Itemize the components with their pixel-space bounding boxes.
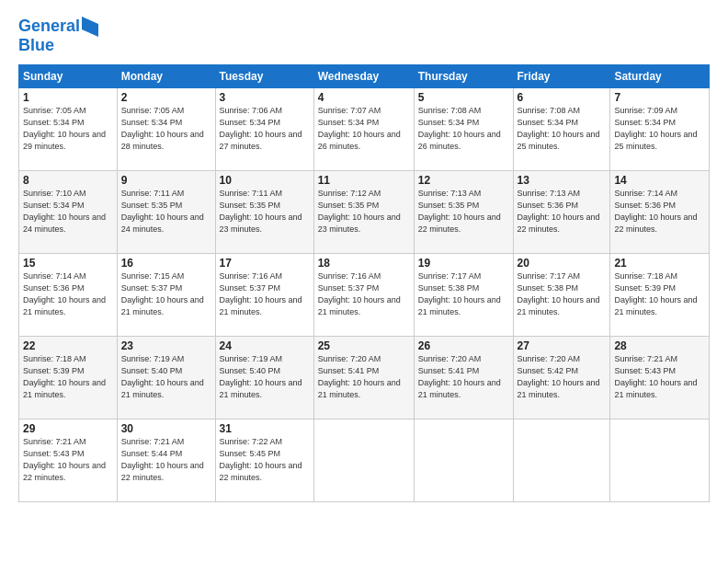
day-number: 16 bbox=[121, 257, 211, 270]
calendar-day-cell: 2Sunrise: 7:05 AMSunset: 5:34 PMDaylight… bbox=[117, 87, 215, 170]
day-info: Sunrise: 7:19 AMSunset: 5:40 PMDaylight:… bbox=[121, 354, 204, 399]
day-info: Sunrise: 7:07 AMSunset: 5:34 PMDaylight:… bbox=[318, 106, 401, 151]
calendar-header-cell: Saturday bbox=[610, 64, 710, 87]
day-number: 18 bbox=[318, 257, 410, 270]
day-number: 20 bbox=[518, 257, 607, 270]
day-number: 29 bbox=[23, 422, 113, 435]
calendar-week-row: 22Sunrise: 7:18 AMSunset: 5:39 PMDayligh… bbox=[19, 336, 710, 419]
day-number: 5 bbox=[418, 91, 509, 104]
day-info: Sunrise: 7:18 AMSunset: 5:39 PMDaylight:… bbox=[614, 271, 697, 316]
calendar-day-cell: 31Sunrise: 7:22 AMSunset: 5:45 PMDayligh… bbox=[215, 419, 313, 501]
calendar-day-cell: 4Sunrise: 7:07 AMSunset: 5:34 PMDaylight… bbox=[313, 87, 414, 170]
day-number: 17 bbox=[220, 257, 310, 270]
day-number: 12 bbox=[418, 174, 509, 187]
day-number: 30 bbox=[121, 422, 211, 435]
day-number: 25 bbox=[318, 339, 410, 352]
calendar-header-row: SundayMondayTuesdayWednesdayThursdayFrid… bbox=[19, 64, 710, 87]
logo-text-line1: General bbox=[18, 17, 80, 36]
day-number: 9 bbox=[121, 174, 211, 187]
calendar-day-cell: 1Sunrise: 7:05 AMSunset: 5:34 PMDaylight… bbox=[19, 87, 118, 170]
day-number: 10 bbox=[220, 174, 310, 187]
day-number: 23 bbox=[121, 339, 211, 352]
day-info: Sunrise: 7:21 AMSunset: 5:44 PMDaylight:… bbox=[121, 437, 204, 482]
day-info: Sunrise: 7:16 AMSunset: 5:37 PMDaylight:… bbox=[318, 271, 401, 316]
day-info: Sunrise: 7:08 AMSunset: 5:34 PMDaylight:… bbox=[418, 106, 501, 151]
day-info: Sunrise: 7:19 AMSunset: 5:40 PMDaylight:… bbox=[220, 354, 302, 399]
calendar-day-cell bbox=[513, 419, 610, 501]
day-info: Sunrise: 7:20 AMSunset: 5:41 PMDaylight:… bbox=[318, 354, 401, 399]
day-number: 2 bbox=[121, 91, 211, 104]
calendar-day-cell: 26Sunrise: 7:20 AMSunset: 5:41 PMDayligh… bbox=[414, 336, 513, 419]
calendar-day-cell: 12Sunrise: 7:13 AMSunset: 5:35 PMDayligh… bbox=[414, 170, 513, 253]
calendar-day-cell: 27Sunrise: 7:20 AMSunset: 5:42 PMDayligh… bbox=[513, 336, 610, 419]
day-info: Sunrise: 7:14 AMSunset: 5:36 PMDaylight:… bbox=[614, 189, 697, 234]
calendar-header-cell: Sunday bbox=[19, 64, 118, 87]
day-number: 13 bbox=[518, 174, 607, 187]
calendar-day-cell: 30Sunrise: 7:21 AMSunset: 5:44 PMDayligh… bbox=[117, 419, 215, 501]
day-info: Sunrise: 7:10 AMSunset: 5:34 PMDaylight:… bbox=[23, 189, 106, 234]
day-info: Sunrise: 7:05 AMSunset: 5:34 PMDaylight:… bbox=[23, 106, 106, 151]
day-info: Sunrise: 7:13 AMSunset: 5:35 PMDaylight:… bbox=[418, 189, 501, 234]
day-number: 21 bbox=[614, 257, 705, 270]
calendar-page: General Blue SundayMondayTuesdayWednesda… bbox=[0, 0, 728, 563]
day-info: Sunrise: 7:13 AMSunset: 5:36 PMDaylight:… bbox=[518, 189, 600, 234]
day-number: 6 bbox=[518, 91, 607, 104]
calendar-day-cell: 23Sunrise: 7:19 AMSunset: 5:40 PMDayligh… bbox=[117, 336, 215, 419]
calendar-week-row: 1Sunrise: 7:05 AMSunset: 5:34 PMDaylight… bbox=[19, 87, 710, 170]
calendar-day-cell: 19Sunrise: 7:17 AMSunset: 5:38 PMDayligh… bbox=[414, 253, 513, 336]
day-info: Sunrise: 7:21 AMSunset: 5:43 PMDaylight:… bbox=[23, 437, 106, 482]
day-number: 28 bbox=[614, 339, 705, 352]
day-number: 3 bbox=[220, 91, 310, 104]
calendar-day-cell: 18Sunrise: 7:16 AMSunset: 5:37 PMDayligh… bbox=[313, 253, 414, 336]
day-number: 1 bbox=[23, 91, 113, 104]
day-number: 31 bbox=[220, 422, 310, 435]
calendar-week-row: 29Sunrise: 7:21 AMSunset: 5:43 PMDayligh… bbox=[19, 419, 710, 501]
calendar-day-cell bbox=[313, 419, 414, 501]
calendar-header-cell: Tuesday bbox=[215, 64, 313, 87]
day-number: 27 bbox=[518, 339, 607, 352]
day-info: Sunrise: 7:14 AMSunset: 5:36 PMDaylight:… bbox=[23, 271, 106, 316]
calendar-day-cell: 15Sunrise: 7:14 AMSunset: 5:36 PMDayligh… bbox=[19, 253, 118, 336]
day-number: 24 bbox=[220, 339, 310, 352]
day-info: Sunrise: 7:22 AMSunset: 5:45 PMDaylight:… bbox=[220, 437, 302, 482]
calendar-day-cell: 5Sunrise: 7:08 AMSunset: 5:34 PMDaylight… bbox=[414, 87, 513, 170]
day-number: 22 bbox=[23, 339, 113, 352]
day-info: Sunrise: 7:17 AMSunset: 5:38 PMDaylight:… bbox=[418, 271, 501, 316]
calendar-day-cell: 25Sunrise: 7:20 AMSunset: 5:41 PMDayligh… bbox=[313, 336, 414, 419]
calendar-week-row: 8Sunrise: 7:10 AMSunset: 5:34 PMDaylight… bbox=[19, 170, 710, 253]
calendar-day-cell: 29Sunrise: 7:21 AMSunset: 5:43 PMDayligh… bbox=[19, 419, 118, 501]
day-info: Sunrise: 7:20 AMSunset: 5:42 PMDaylight:… bbox=[518, 354, 600, 399]
day-info: Sunrise: 7:06 AMSunset: 5:34 PMDaylight:… bbox=[220, 106, 302, 151]
day-info: Sunrise: 7:16 AMSunset: 5:37 PMDaylight:… bbox=[220, 271, 302, 316]
calendar-day-cell: 8Sunrise: 7:10 AMSunset: 5:34 PMDaylight… bbox=[19, 170, 118, 253]
calendar-header-cell: Wednesday bbox=[313, 64, 414, 87]
calendar-day-cell: 6Sunrise: 7:08 AMSunset: 5:34 PMDaylight… bbox=[513, 87, 610, 170]
calendar-day-cell: 21Sunrise: 7:18 AMSunset: 5:39 PMDayligh… bbox=[610, 253, 710, 336]
day-number: 8 bbox=[23, 174, 113, 187]
calendar-day-cell: 9Sunrise: 7:11 AMSunset: 5:35 PMDaylight… bbox=[117, 170, 215, 253]
header: General Blue bbox=[18, 17, 710, 55]
day-info: Sunrise: 7:21 AMSunset: 5:43 PMDaylight:… bbox=[614, 354, 697, 399]
calendar-day-cell: 7Sunrise: 7:09 AMSunset: 5:34 PMDaylight… bbox=[610, 87, 710, 170]
calendar-day-cell: 22Sunrise: 7:18 AMSunset: 5:39 PMDayligh… bbox=[19, 336, 118, 419]
day-info: Sunrise: 7:12 AMSunset: 5:35 PMDaylight:… bbox=[318, 189, 401, 234]
calendar-day-cell: 20Sunrise: 7:17 AMSunset: 5:38 PMDayligh… bbox=[513, 253, 610, 336]
day-number: 4 bbox=[318, 91, 410, 104]
calendar-header-cell: Thursday bbox=[414, 64, 513, 87]
calendar-day-cell: 24Sunrise: 7:19 AMSunset: 5:40 PMDayligh… bbox=[215, 336, 313, 419]
day-number: 14 bbox=[614, 174, 705, 187]
day-info: Sunrise: 7:05 AMSunset: 5:34 PMDaylight:… bbox=[121, 106, 204, 151]
calendar-week-row: 15Sunrise: 7:14 AMSunset: 5:36 PMDayligh… bbox=[19, 253, 710, 336]
calendar-header-cell: Monday bbox=[117, 64, 215, 87]
day-number: 7 bbox=[614, 91, 705, 104]
calendar-day-cell: 13Sunrise: 7:13 AMSunset: 5:36 PMDayligh… bbox=[513, 170, 610, 253]
calendar-day-cell: 11Sunrise: 7:12 AMSunset: 5:35 PMDayligh… bbox=[313, 170, 414, 253]
calendar-day-cell bbox=[414, 419, 513, 501]
calendar-day-cell: 14Sunrise: 7:14 AMSunset: 5:36 PMDayligh… bbox=[610, 170, 710, 253]
day-number: 26 bbox=[418, 339, 509, 352]
day-number: 19 bbox=[418, 257, 509, 270]
day-info: Sunrise: 7:09 AMSunset: 5:34 PMDaylight:… bbox=[614, 106, 697, 151]
day-info: Sunrise: 7:11 AMSunset: 5:35 PMDaylight:… bbox=[220, 189, 302, 234]
calendar-day-cell: 3Sunrise: 7:06 AMSunset: 5:34 PMDaylight… bbox=[215, 87, 313, 170]
logo-text-line2: Blue bbox=[18, 37, 98, 55]
